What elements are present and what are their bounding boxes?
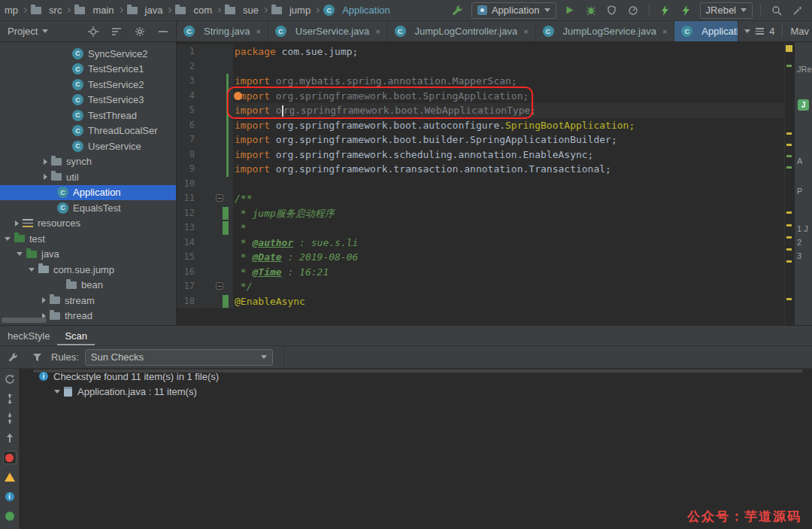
breadcrumb-item-sue[interactable]: sue <box>225 5 259 16</box>
tree-expanded-arrow-icon[interactable] <box>29 268 35 272</box>
error-stripe-mark[interactable] <box>786 260 792 263</box>
tree-item-bean[interactable]: bean <box>0 278 176 293</box>
right-stripe-button[interactable]: A <box>797 157 802 166</box>
tree-item-stream[interactable]: stream <box>0 293 176 309</box>
info-filter-icon[interactable]: i <box>3 490 17 503</box>
right-stripe-button[interactable]: 2 <box>797 238 801 247</box>
tree-item-resources[interactable]: resources <box>0 216 176 232</box>
error-stripe-mark[interactable] <box>786 298 792 300</box>
editor-tab-jumplogservice-java[interactable]: CJumpLogService.java× <box>536 21 675 41</box>
expand-all-icon[interactable] <box>3 392 17 406</box>
debug-bug-icon[interactable] <box>583 2 599 19</box>
navigate-up-icon[interactable] <box>3 431 17 445</box>
tab-close-icon[interactable]: × <box>256 27 260 36</box>
jrebel-badge-icon[interactable]: J <box>798 99 809 111</box>
right-stripe-button[interactable]: 1 J <box>797 224 808 233</box>
code-line-5[interactable]: 5import org.springframework.boot.WebAppl… <box>177 103 794 118</box>
right-stripe-button[interactable]: 3 <box>797 251 801 260</box>
code-line-16[interactable]: 16 * @Time : 16:21 <box>177 265 794 280</box>
tree-item-synch[interactable]: synch <box>0 154 176 170</box>
error-stripe-mark[interactable] <box>786 65 792 67</box>
tree-collapsed-arrow-icon[interactable] <box>15 220 19 226</box>
error-stripe-mark[interactable] <box>786 211 792 214</box>
inspection-status-icon[interactable] <box>786 45 792 52</box>
tree-item-com-sue-jump[interactable]: com.sue.jump <box>0 262 176 278</box>
code-line-8[interactable]: 8import org.springframework.scheduling.a… <box>177 147 794 163</box>
tab-close-icon[interactable]: × <box>523 27 528 36</box>
tree-item-equalstest[interactable]: CEqualsTest <box>0 200 176 216</box>
hide-panel-icon[interactable] <box>155 23 171 40</box>
breadcrumb-item-mp[interactable]: mp <box>5 5 18 16</box>
code-line-6[interactable]: 6import org.springframework.boot.autocon… <box>177 118 794 133</box>
error-stripe[interactable] <box>784 42 794 325</box>
tree-item-testservice1[interactable]: CTestService1 <box>0 62 176 78</box>
jrebel-debug-icon[interactable] <box>678 2 695 19</box>
checkstyle-summary-row[interactable]: iCheckstyle found 11 item(s) in 1 file(s… <box>20 369 812 384</box>
editor-tab-string-java[interactable]: CString.java× <box>177 21 268 41</box>
horizontal-scrollbar-thumb[interactable] <box>2 318 47 323</box>
fold-marker-icon[interactable]: − <box>216 282 223 290</box>
editor-tab-userservice-java[interactable]: CUserService.java× <box>268 21 388 41</box>
tab-scan[interactable]: Scan <box>57 326 95 345</box>
error-stripe-mark[interactable] <box>786 236 792 239</box>
search-everywhere-icon[interactable] <box>768 2 785 19</box>
error-stripe-mark[interactable] <box>786 144 792 146</box>
settings-gear-icon[interactable] <box>132 23 148 40</box>
tree-expanded-arrow-icon[interactable] <box>54 390 60 394</box>
clear-results-icon[interactable] <box>3 509 17 523</box>
tree-collapsed-arrow-icon[interactable] <box>42 297 46 303</box>
build-wrench-icon[interactable] <box>450 2 466 19</box>
code-line-7[interactable]: 7import org.springframework.boot.builder… <box>177 132 794 147</box>
tree-item-syncservice2[interactable]: CSyncService2 <box>0 46 176 62</box>
editor-tab-application-java[interactable]: CApplication.java× <box>674 21 738 41</box>
warning-filter-icon[interactable] <box>3 470 17 484</box>
breadcrumb-item-main[interactable]: main <box>74 5 114 16</box>
coverage-icon[interactable] <box>604 2 620 19</box>
right-stripe-button[interactable]: P <box>797 187 802 196</box>
hidden-tabs-chevron-icon[interactable] <box>744 29 750 33</box>
code-line-15[interactable]: 15 * @Date : 2019-08-06 <box>177 250 794 265</box>
tree-expanded-arrow-icon[interactable] <box>17 252 23 256</box>
maven-tool-button[interactable]: Mav <box>790 26 809 37</box>
code-line-12[interactable]: 12 * jump服务启动程序 <box>177 206 794 221</box>
run-config-selector[interactable]: Application <box>471 2 556 19</box>
code-editor[interactable]: 1package com.sue.jump;23import org.mybat… <box>177 42 794 325</box>
tree-item-threadlocalser[interactable]: CThreadLocalSer <box>0 123 176 139</box>
tree-expanded-arrow-icon[interactable] <box>5 237 11 241</box>
code-line-4[interactable]: 4import org.springframework.boot.SpringA… <box>177 89 794 104</box>
error-stripe-mark[interactable] <box>786 224 792 226</box>
jrebel-run-icon[interactable] <box>657 2 674 19</box>
project-panel-header[interactable]: Project <box>0 21 177 41</box>
breadcrumb-item-java[interactable]: java <box>127 5 163 16</box>
tab-close-icon[interactable]: × <box>662 27 667 36</box>
tree-item-java[interactable]: java <box>0 247 176 263</box>
breadcrumb-item-src[interactable]: src <box>31 5 62 16</box>
breadcrumb-item-com[interactable]: com <box>175 5 212 16</box>
collapse-all-icon[interactable] <box>3 412 17 425</box>
tree-item-application[interactable]: CApplication <box>0 185 176 201</box>
error-stripe-mark[interactable] <box>786 155 792 157</box>
magic-wand-icon[interactable] <box>789 2 806 19</box>
code-line-1[interactable]: 1package com.sue.jump; <box>177 44 794 59</box>
code-line-2[interactable]: 2 <box>177 59 794 74</box>
tab-checkstyle[interactable]: heckStyle <box>0 326 57 345</box>
error-stripe-mark[interactable] <box>786 132 792 135</box>
tree-item-test[interactable]: test <box>0 231 176 247</box>
code-line-13[interactable]: 13 * <box>177 220 794 236</box>
tree-item-util[interactable]: util <box>0 169 176 185</box>
checkstyle-file-row[interactable]: Application.java : 11 item(s) <box>20 384 812 399</box>
rules-select[interactable]: Sun Checks <box>85 349 273 366</box>
code-line-14[interactable]: 14 * @author : sue.s.li <box>177 236 794 251</box>
right-stripe-button[interactable]: JRe <box>797 65 812 74</box>
code-line-17[interactable]: 17− */ <box>177 279 794 294</box>
run-play-icon[interactable] <box>562 2 578 19</box>
error-filter-icon[interactable] <box>3 451 17 464</box>
wrench-small-icon[interactable] <box>5 349 21 366</box>
code-line-10[interactable]: 10 <box>177 177 794 192</box>
code-line-9[interactable]: 9import org.springframework.transaction.… <box>177 162 794 177</box>
filter-funnel-icon[interactable] <box>29 349 45 366</box>
breadcrumb-item-application[interactable]: CApplication <box>323 5 390 16</box>
tree-collapsed-arrow-icon[interactable] <box>44 159 47 165</box>
view-options-icon[interactable] <box>108 23 125 40</box>
tree-item-testservice2[interactable]: CTestService2 <box>0 77 176 93</box>
